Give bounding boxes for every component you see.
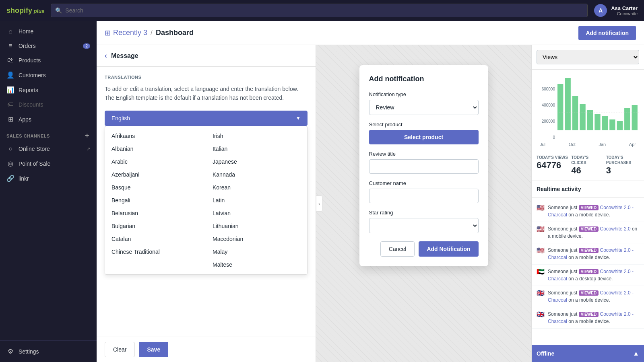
back-button[interactable]: ‹ [105, 51, 107, 60]
sidebar-item-reports[interactable]: 📊 Reports [0, 82, 97, 97]
list-item[interactable]: Catalan [105, 232, 206, 245]
activity-item: 🇦🇪 Someone just VIEWED Cocowhite 2.0 - C… [532, 265, 644, 286]
sidebar: ⌂ Home ≡ Orders 2 🛍 Products 👤 Customers… [0, 21, 97, 362]
list-item[interactable]: Italian [206, 142, 307, 155]
sidebar-item-pos[interactable]: ◎ Point of Sale [0, 156, 97, 171]
viewed-badge: VIEWED [579, 205, 599, 210]
clear-button[interactable]: Clear [105, 342, 135, 357]
activity-text: Someone just VIEWED Cocowhite 2.0 - Char… [548, 311, 639, 325]
breadcrumb: ⊞ Recently 3 / Dashboard [105, 29, 194, 37]
list-item[interactable]: Bulgarian [105, 220, 206, 232]
sidebar-bottom: ⚙ Settings [0, 340, 97, 359]
sidebar-item-label: Online Store [19, 146, 50, 152]
list-item[interactable]: Arabic [105, 155, 206, 168]
svg-rect-10 [632, 105, 638, 130]
today-clicks-label: TODAY'S CLICKS [571, 155, 604, 165]
products-icon: 🛍 [6, 57, 14, 64]
activity-text: Someone just VIEWED Cocowhite 2.0 - Char… [548, 204, 639, 218]
svg-rect-7 [609, 119, 615, 130]
list-item[interactable]: Japanese [206, 155, 307, 168]
sales-channels-label: SALES CHANNELS [6, 134, 50, 138]
product-link[interactable]: Cocowhite 2.0 [600, 226, 631, 232]
customer-name-input[interactable] [369, 189, 479, 203]
language-list: Afrikaans Irish Albanian Italian Arabic … [105, 126, 308, 275]
list-item[interactable]: Belarusian [105, 207, 206, 220]
reports-icon: 📊 [6, 86, 14, 94]
flag-icon: 🇺🇸 [537, 247, 545, 254]
list-item[interactable]: Bengali [105, 194, 206, 207]
sidebar-item-customers[interactable]: 👤 Customers [0, 68, 97, 82]
breadcrumb-link-text: Recently 3 [113, 29, 147, 37]
panel-body: TRANSLATIONS To add or edit a translatio… [97, 67, 316, 337]
offline-bar: Offline ▲ [532, 345, 644, 362]
y-label: 600000 [537, 76, 557, 92]
chart-y-axis: 600000 400000 200000 0 [537, 76, 557, 140]
list-item[interactable]: Malay [206, 245, 307, 258]
add-notification-modal: Add notification Notification type Revie… [359, 65, 488, 266]
customers-icon: 👤 [6, 71, 14, 79]
add-notification-button[interactable]: Add notification [578, 26, 636, 40]
user-name: Asa Carter [611, 5, 638, 11]
panel-title: Message [111, 52, 138, 60]
list-item[interactable] [105, 258, 206, 271]
activity-list: 🇺🇸 Someone just VIEWED Cocowhite 2.0 - C… [532, 197, 644, 345]
star-rating-select[interactable]: 1 2 3 4 5 [369, 218, 479, 233]
list-item[interactable]: Azerbaijani [105, 168, 206, 181]
list-item[interactable]: Afrikaans [105, 130, 206, 142]
sidebar-item-online-store[interactable]: ○ Online Store ↗ [0, 142, 97, 156]
sidebar-item-apps[interactable]: ⊞ Apps [0, 112, 97, 127]
today-views-stat: TODAY'S VIEWS 64776 [537, 155, 570, 176]
offline-toggle-icon[interactable]: ▲ [633, 350, 639, 357]
svg-rect-4 [587, 110, 593, 130]
cancel-button[interactable]: Cancel [380, 241, 415, 257]
views-selector: Views Clicks Purchases [532, 45, 644, 70]
list-item[interactable]: Latvian [206, 207, 307, 220]
sidebar-item-orders[interactable]: ≡ Orders 2 [0, 39, 97, 53]
list-item[interactable]: Lithuanian [206, 220, 307, 232]
sidebar-item-linkr[interactable]: 🔗 linkr [0, 171, 97, 186]
home-icon: ⌂ [6, 28, 14, 35]
star-rating-group: Star rating 1 2 3 4 5 [369, 210, 479, 233]
sidebar-item-products[interactable]: 🛍 Products [0, 53, 97, 68]
activity-item: 🇺🇸 Someone just VIEWED Cocowhite 2.0 on … [532, 222, 644, 243]
right-panel: Views Clicks Purchases 600000 400000 200… [531, 45, 644, 362]
list-item[interactable]: Latin [206, 194, 307, 207]
sidebar-item-settings[interactable]: ⚙ Settings [0, 344, 97, 359]
breadcrumb-link[interactable]: ⊞ Recently 3 [105, 29, 147, 37]
translations-label: TRANSLATIONS [105, 75, 308, 80]
review-title-input[interactable] [369, 159, 479, 174]
star-rating-label: Star rating [369, 210, 479, 216]
grid-icon: ⊞ [105, 29, 111, 37]
select-product-button[interactable]: Select product [369, 130, 479, 144]
list-item[interactable]: Kannada [206, 168, 307, 181]
collapse-handle[interactable]: ‹ [316, 195, 322, 212]
svg-rect-6 [602, 116, 608, 130]
select-product-label: Select product [369, 121, 479, 128]
notification-type-select[interactable]: Review Purchase View [369, 100, 479, 115]
list-item[interactable]: Korean [206, 181, 307, 194]
add-sales-channel-icon[interactable]: ＋ [84, 132, 91, 140]
list-item[interactable]: Maltese [206, 258, 307, 271]
svg-rect-0 [557, 84, 563, 130]
list-item[interactable]: Irish [206, 130, 307, 142]
list-item[interactable]: Basque [105, 181, 206, 194]
message-panel: ‹ Message TRANSLATIONS To add or edit a … [97, 45, 316, 362]
language-select-button[interactable]: English ▼ [105, 111, 308, 126]
today-purchases-value: 3 [606, 165, 639, 176]
breadcrumb-separator: / [151, 29, 153, 37]
views-select[interactable]: Views Clicks Purchases [537, 50, 639, 64]
save-button[interactable]: Save [139, 342, 168, 357]
list-item[interactable]: Macedonian [206, 232, 307, 245]
search-input[interactable] [65, 7, 583, 14]
list-item[interactable]: Albanian [105, 142, 206, 155]
translations-description: To add or edit a translation, select a l… [105, 84, 308, 103]
logo-plus: plus [32, 8, 44, 14]
sales-channels-section: SALES CHANNELS ＋ [0, 127, 97, 142]
settings-icon: ⚙ [6, 348, 14, 355]
chart-row: 600000 400000 200000 0 [537, 76, 639, 140]
add-notification-confirm-button[interactable]: Add Notification [419, 241, 478, 257]
list-item[interactable]: Chinese Traditional [105, 245, 206, 258]
sidebar-item-home[interactable]: ⌂ Home [0, 24, 97, 39]
sidebar-item-label: Products [19, 57, 41, 64]
sidebar-item-label: Discounts [19, 101, 43, 108]
